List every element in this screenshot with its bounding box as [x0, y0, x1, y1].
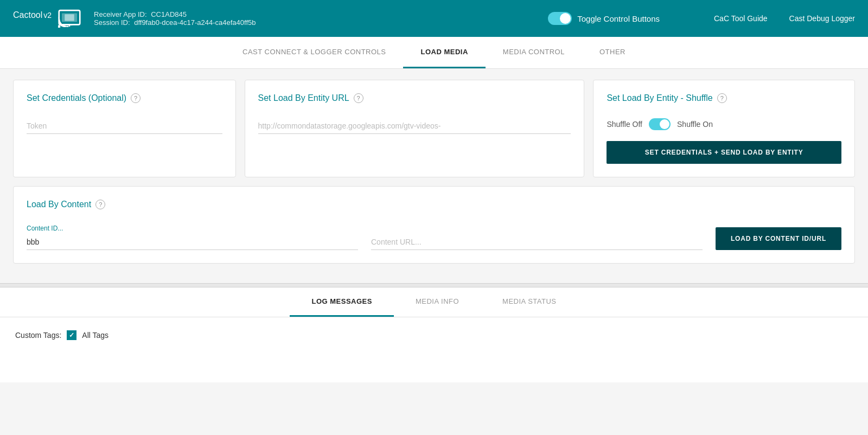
svg-rect-2 — [65, 14, 74, 21]
load-content-help-icon[interactable]: ? — [95, 200, 105, 209]
entity-url-help-icon[interactable]: ? — [354, 93, 363, 103]
custom-tags-row: Custom Tags: All Tags — [15, 330, 853, 340]
load-by-content-button[interactable]: LOAD BY CONTENT ID/URL — [716, 227, 841, 250]
app-title: Cactoolv2 — [13, 10, 52, 27]
card-shuffle-title-text: Set Load By Entity - Shuffle — [607, 93, 712, 103]
card-load-content: Load By Content ? Content ID... LOAD BY … — [13, 186, 855, 264]
session-id-line: Session ID: dff9fab0-dcea-4c17-a244-ca4e… — [94, 18, 256, 27]
custom-tags-label: Custom Tags: — [15, 331, 61, 340]
card-credentials-title-text: Set Credentials (Optional) — [27, 93, 126, 103]
cast-icon — [58, 9, 81, 28]
card-load-content-title: Load By Content ? — [27, 200, 841, 209]
tab-load-media[interactable]: LOAD MEDIA — [403, 37, 485, 68]
logo-area: Cactoolv2 — [13, 9, 81, 28]
all-tags-label: All Tags — [82, 331, 108, 340]
tab-media-control[interactable]: MEDIA CONTROL — [486, 37, 582, 68]
credentials-help-icon[interactable]: ? — [131, 93, 141, 103]
svg-point-5 — [58, 25, 60, 28]
content-url-input[interactable] — [371, 234, 703, 250]
card-shuffle-title: Set Load By Entity - Shuffle ? — [607, 93, 841, 103]
load-content-btn-wrap: LOAD BY CONTENT ID/URL — [716, 227, 841, 250]
bottom-tab-media-info[interactable]: MEDIA INFO — [394, 287, 481, 317]
card-credentials-title: Set Credentials (Optional) ? — [27, 93, 222, 103]
toggle-control-area: Toggle Control Buttons — [548, 12, 660, 25]
main-content: Set Credentials (Optional) ? Set Load By… — [0, 69, 868, 283]
section-divider — [0, 283, 868, 287]
all-tags-checkbox[interactable] — [67, 330, 76, 340]
card-entity-url-title-text: Set Load By Entity URL — [258, 93, 349, 103]
top-cards-row: Set Credentials (Optional) ? Set Load By… — [13, 80, 855, 177]
toggle-label: Toggle Control Buttons — [577, 14, 660, 23]
card-entity-url-title: Set Load By Entity URL ? — [258, 93, 571, 103]
tab-other[interactable]: OTHER — [582, 37, 643, 68]
set-credentials-send-load-entity-button[interactable]: SET CREDENTIALS + SEND LOAD BY ENTITY — [607, 141, 841, 164]
receiver-app-line: Receiver App ID: CC1AD845 — [94, 10, 256, 18]
session-info: Receiver App ID: CC1AD845 Session ID: df… — [94, 10, 256, 27]
bottom-content: Custom Tags: All Tags — [0, 317, 868, 382]
cast-debug-logger-link[interactable]: Cast Debug Logger — [789, 14, 855, 23]
logo-version: v2 — [43, 11, 52, 20]
card-shuffle: Set Load By Entity - Shuffle ? Shuffle O… — [593, 80, 855, 177]
shuffle-off-label: Shuffle Off — [607, 120, 642, 129]
shuffle-on-label: Shuffle On — [677, 120, 713, 129]
toggle-control-buttons[interactable] — [548, 12, 572, 25]
card-credentials: Set Credentials (Optional) ? — [13, 80, 236, 177]
bottom-tabs: LOG MESSAGES MEDIA INFO MEDIA STATUS — [0, 287, 868, 317]
card-load-content-title-text: Load By Content — [27, 200, 91, 209]
load-content-fields: Content ID... LOAD BY CONTENT ID/URL — [27, 225, 841, 250]
bottom-tab-media-status[interactable]: MEDIA STATUS — [481, 287, 578, 317]
shuffle-toggle-row: Shuffle Off Shuffle On — [607, 118, 841, 130]
shuffle-help-icon[interactable]: ? — [717, 93, 727, 103]
shuffle-toggle[interactable] — [649, 118, 671, 130]
content-id-input[interactable] — [27, 234, 358, 250]
bottom-section: LOG MESSAGES MEDIA INFO MEDIA STATUS Cus… — [0, 287, 868, 382]
card-entity-url: Set Load By Entity URL ? — [245, 80, 585, 177]
entity-url-input[interactable] — [258, 118, 571, 134]
cac-tool-guide-link[interactable]: CaC Tool Guide — [714, 14, 768, 23]
token-input[interactable] — [27, 118, 222, 134]
main-tabs: CAST CONNECT & LOGGER CONTROLS LOAD MEDI… — [0, 37, 868, 69]
app-header: Cactoolv2 Receiver App ID: CC1AD845 Sess… — [0, 0, 868, 37]
content-id-label: Content ID... — [27, 225, 358, 232]
tab-cast-connect[interactable]: CAST CONNECT & LOGGER CONTROLS — [225, 37, 403, 68]
logo-name: Cactool — [13, 10, 42, 20]
content-id-field-group: Content ID... — [27, 225, 358, 250]
content-url-field-group — [371, 234, 703, 250]
bottom-tab-log-messages[interactable]: LOG MESSAGES — [290, 287, 393, 317]
